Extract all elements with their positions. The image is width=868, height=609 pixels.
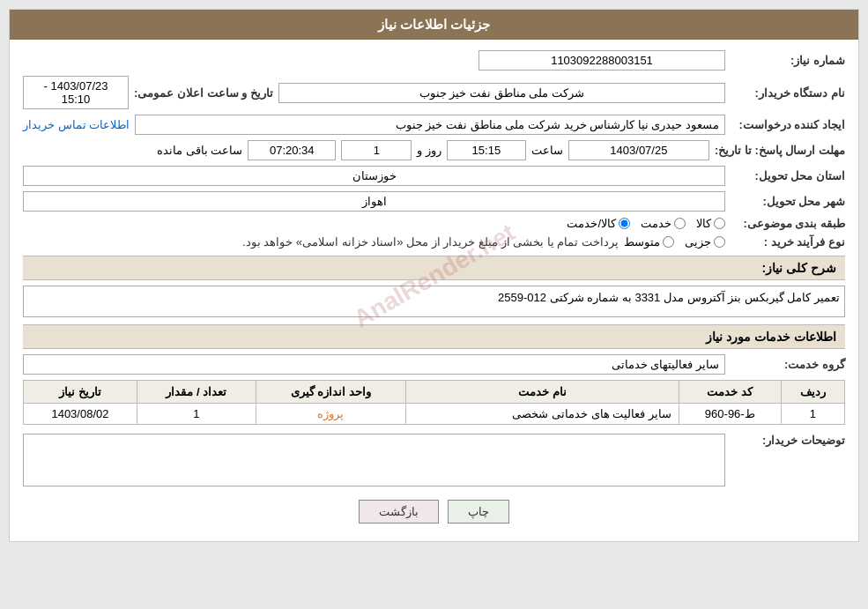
city-value: اهواز bbox=[23, 191, 725, 212]
need-description-label: شرح کلی نیاز: bbox=[762, 261, 836, 275]
deadline-time-value: 15:15 bbox=[447, 140, 526, 160]
announcement-label: تاریخ و ساعت اعلان عمومی: bbox=[134, 86, 273, 100]
purchase-type-row: نوع فرآیند خرید : جزیی متوسط پرداخت تمام… bbox=[23, 235, 845, 249]
col-header-service-name: نام خدمت bbox=[405, 381, 679, 404]
province-row: استان محل تحویل: خوزستان bbox=[23, 166, 845, 186]
province-value: خوزستان bbox=[23, 166, 725, 186]
deadline-row: مهلت ارسال پاسخ: تا تاریخ: 1403/07/25 سا… bbox=[23, 140, 845, 160]
buyer-org-row: نام دستگاه خریدار: شرکت ملی مناطق نفت خی… bbox=[23, 76, 845, 109]
cell-unit: پروژه bbox=[256, 404, 405, 425]
city-row: شهر محل تحویل: اهواز bbox=[23, 191, 845, 212]
service-group-value: سایر فعالیتهای خدماتی bbox=[23, 354, 725, 375]
buyer-org-value: شرکت ملی مناطق نفت خیز جنوب bbox=[278, 83, 725, 103]
cell-date: 1403/08/02 bbox=[24, 404, 137, 425]
city-label: شهر محل تحویل: bbox=[731, 195, 845, 208]
purchase-type-jozei-label: جزیی bbox=[685, 235, 711, 249]
purchase-type-radio-group: جزیی متوسط bbox=[624, 235, 725, 249]
col-header-service-code: کد خدمت bbox=[679, 381, 781, 404]
cell-quantity: 1 bbox=[137, 404, 256, 425]
need-number-value: 1103092288003151 bbox=[479, 50, 725, 71]
col-header-quantity: تعداد / مقدار bbox=[137, 381, 256, 404]
back-button[interactable]: بازگشت bbox=[359, 500, 439, 524]
category-radio-kala[interactable]: کالا bbox=[696, 217, 725, 230]
category-row: طبقه بندی موضوعی: کالا خدمت کالا/خدمت bbox=[23, 217, 845, 230]
service-group-label: گروه خدمت: bbox=[731, 358, 845, 371]
deadline-date-value: 1403/07/25 bbox=[568, 140, 709, 160]
purchase-type-text: پرداخت تمام یا بخشی از مبلغ خریدار از مح… bbox=[23, 235, 619, 249]
category-kala-khedmat-label: کالا/خدمت bbox=[567, 217, 616, 230]
requester-contact-link[interactable]: اطلاعات تماس خریدار bbox=[23, 118, 130, 131]
need-description-row: تعمیر کامل گیربکس بنز آکتروس مدل 3331 به… bbox=[23, 286, 845, 317]
category-radio-kala-khedmat[interactable]: کالا/خدمت bbox=[567, 217, 630, 230]
col-header-date: تاریخ نیاز bbox=[24, 381, 137, 404]
category-label: طبقه بندی موضوعی: bbox=[731, 217, 845, 230]
purchase-type-mota-input[interactable] bbox=[663, 236, 674, 248]
need-description-value: تعمیر کامل گیربکس بنز آکتروس مدل 3331 به… bbox=[23, 286, 845, 317]
category-kala-label: کالا bbox=[696, 217, 711, 230]
category-radio-group: کالا خدمت کالا/خدمت bbox=[567, 217, 725, 230]
remaining-label: ساعت باقی مانده bbox=[157, 144, 242, 157]
category-radio-kala-khedmat-input[interactable] bbox=[619, 218, 630, 229]
button-row: چاپ بازگشت bbox=[23, 500, 845, 524]
purchase-type-jozei-input[interactable] bbox=[714, 236, 725, 248]
services-section-header: اطلاعات خدمات مورد نیاز bbox=[23, 324, 845, 349]
requester-value: مسعود حیدری نیا کارشناس خرید شرکت ملی من… bbox=[135, 115, 725, 135]
requester-label: ایجاد کننده درخواست: bbox=[731, 118, 845, 131]
purchase-type-mota-label: متوسط bbox=[624, 235, 660, 249]
purchase-type-label: نوع فرآیند خرید : bbox=[731, 235, 845, 249]
page-wrapper: جزئیات اطلاعات نیاز شماره نیاز: 11030922… bbox=[0, 0, 868, 551]
deadline-label: مهلت ارسال پاسخ: تا تاریخ: bbox=[715, 144, 845, 157]
province-label: استان محل تحویل: bbox=[731, 169, 845, 182]
buyer-org-label: نام دستگاه خریدار: bbox=[731, 86, 845, 100]
days-label: روز و bbox=[417, 144, 441, 157]
need-number-label: شماره نیاز: bbox=[731, 54, 845, 67]
category-khedmat-label: خدمت bbox=[641, 217, 671, 230]
card-body: شماره نیاز: 1103092288003151 نام دستگاه … bbox=[10, 40, 858, 541]
category-radio-kala-input[interactable] bbox=[714, 218, 725, 229]
main-card: جزئیات اطلاعات نیاز شماره نیاز: 11030922… bbox=[9, 9, 859, 542]
category-radio-khedmat[interactable]: خدمت bbox=[641, 217, 686, 230]
cell-service-name: سایر فعالیت های خدماتی شخصی bbox=[405, 404, 679, 425]
card-header: جزئیات اطلاعات نیاز bbox=[10, 10, 858, 40]
announcement-datetime-value: 1403/07/23 - 15:10 bbox=[23, 76, 129, 109]
requester-row: ایجاد کننده درخواست: مسعود حیدری نیا کار… bbox=[23, 115, 845, 135]
time-label: ساعت bbox=[531, 144, 563, 157]
category-radio-khedmat-input[interactable] bbox=[674, 218, 686, 229]
col-header-unit: واحد اندازه گیری bbox=[256, 381, 405, 404]
need-description-section-header: شرح کلی نیاز: bbox=[23, 256, 845, 280]
need-number-row: شماره نیاز: 1103092288003151 bbox=[23, 50, 845, 71]
purchase-type-jozei[interactable]: جزیی bbox=[685, 235, 725, 249]
deadline-remaining-value: 07:20:34 bbox=[248, 140, 336, 160]
deadline-days-value: 1 bbox=[341, 140, 412, 160]
table-row: 1 ط-96-960 سایر فعالیت های خدماتی شخصی پ… bbox=[24, 404, 845, 425]
purchase-type-mota[interactable]: متوسط bbox=[624, 235, 674, 249]
buyer-notes-row: توضیحات خریدار: bbox=[23, 434, 845, 489]
services-table: ردیف کد خدمت نام خدمت واحد اندازه گیری ت… bbox=[23, 380, 845, 425]
page-title: جزئیات اطلاعات نیاز bbox=[378, 17, 490, 32]
services-header-label: اطلاعات خدمات مورد نیاز bbox=[706, 330, 836, 344]
cell-row-num: 1 bbox=[781, 404, 844, 425]
print-button[interactable]: چاپ bbox=[448, 500, 509, 524]
buyer-notes-textarea[interactable] bbox=[23, 434, 725, 486]
cell-service-code: ط-96-960 bbox=[679, 404, 781, 425]
col-header-row-num: ردیف bbox=[781, 381, 844, 404]
service-group-row: گروه خدمت: سایر فعالیتهای خدماتی bbox=[23, 354, 845, 375]
buyer-notes-label: توضیحات خریدار: bbox=[731, 434, 845, 447]
